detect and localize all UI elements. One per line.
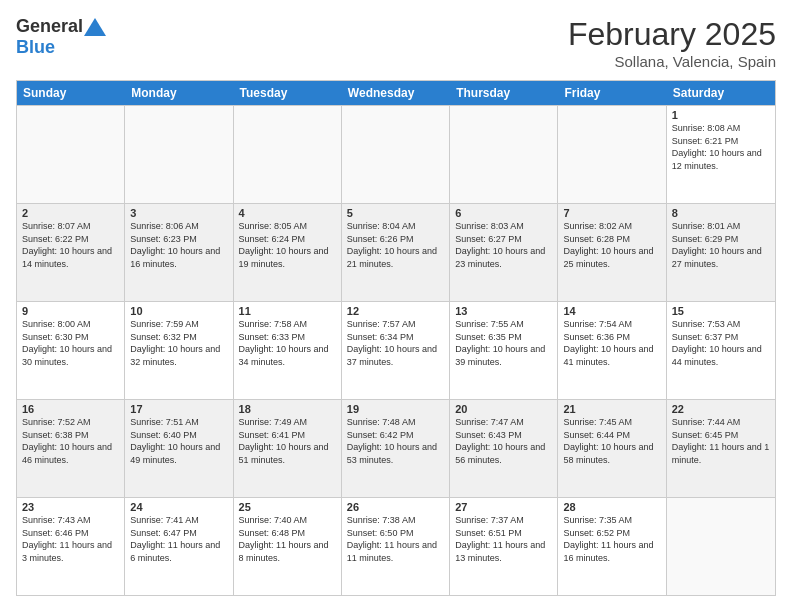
cal-cell-0-6: 1Sunrise: 8:08 AM Sunset: 6:21 PM Daylig… [667, 106, 775, 203]
logo-icon [83, 17, 107, 37]
day-number: 11 [239, 305, 336, 317]
day-number: 14 [563, 305, 660, 317]
cal-row-0: 1Sunrise: 8:08 AM Sunset: 6:21 PM Daylig… [17, 105, 775, 203]
cal-cell-3-4: 20Sunrise: 7:47 AM Sunset: 6:43 PM Dayli… [450, 400, 558, 497]
cal-row-1: 2Sunrise: 8:07 AM Sunset: 6:22 PM Daylig… [17, 203, 775, 301]
day-number: 4 [239, 207, 336, 219]
day-info: Sunrise: 7:52 AM Sunset: 6:38 PM Dayligh… [22, 416, 119, 466]
day-number: 20 [455, 403, 552, 415]
cal-cell-2-3: 12Sunrise: 7:57 AM Sunset: 6:34 PM Dayli… [342, 302, 450, 399]
day-number: 23 [22, 501, 119, 513]
day-info: Sunrise: 7:59 AM Sunset: 6:32 PM Dayligh… [130, 318, 227, 368]
day-number: 26 [347, 501, 444, 513]
cal-cell-1-6: 8Sunrise: 8:01 AM Sunset: 6:29 PM Daylig… [667, 204, 775, 301]
cal-cell-2-4: 13Sunrise: 7:55 AM Sunset: 6:35 PM Dayli… [450, 302, 558, 399]
day-number: 16 [22, 403, 119, 415]
cal-row-3: 16Sunrise: 7:52 AM Sunset: 6:38 PM Dayli… [17, 399, 775, 497]
header-wednesday: Wednesday [342, 81, 450, 105]
day-info: Sunrise: 7:35 AM Sunset: 6:52 PM Dayligh… [563, 514, 660, 564]
calendar-body: 1Sunrise: 8:08 AM Sunset: 6:21 PM Daylig… [17, 105, 775, 595]
cal-cell-0-5 [558, 106, 666, 203]
cal-cell-0-0 [17, 106, 125, 203]
day-number: 15 [672, 305, 770, 317]
cal-cell-2-5: 14Sunrise: 7:54 AM Sunset: 6:36 PM Dayli… [558, 302, 666, 399]
cal-cell-2-0: 9Sunrise: 8:00 AM Sunset: 6:30 PM Daylig… [17, 302, 125, 399]
day-info: Sunrise: 7:51 AM Sunset: 6:40 PM Dayligh… [130, 416, 227, 466]
day-info: Sunrise: 7:53 AM Sunset: 6:37 PM Dayligh… [672, 318, 770, 368]
day-number: 10 [130, 305, 227, 317]
day-info: Sunrise: 7:49 AM Sunset: 6:41 PM Dayligh… [239, 416, 336, 466]
header-friday: Friday [558, 81, 666, 105]
cal-cell-4-1: 24Sunrise: 7:41 AM Sunset: 6:47 PM Dayli… [125, 498, 233, 595]
header: GeneralBlue February 2025 Sollana, Valen… [16, 16, 776, 70]
cal-cell-4-4: 27Sunrise: 7:37 AM Sunset: 6:51 PM Dayli… [450, 498, 558, 595]
cal-cell-3-6: 22Sunrise: 7:44 AM Sunset: 6:45 PM Dayli… [667, 400, 775, 497]
day-info: Sunrise: 7:37 AM Sunset: 6:51 PM Dayligh… [455, 514, 552, 564]
day-info: Sunrise: 7:47 AM Sunset: 6:43 PM Dayligh… [455, 416, 552, 466]
day-info: Sunrise: 7:38 AM Sunset: 6:50 PM Dayligh… [347, 514, 444, 564]
cal-cell-2-1: 10Sunrise: 7:59 AM Sunset: 6:32 PM Dayli… [125, 302, 233, 399]
day-info: Sunrise: 8:05 AM Sunset: 6:24 PM Dayligh… [239, 220, 336, 270]
cal-cell-1-3: 5Sunrise: 8:04 AM Sunset: 6:26 PM Daylig… [342, 204, 450, 301]
day-number: 27 [455, 501, 552, 513]
cal-cell-1-1: 3Sunrise: 8:06 AM Sunset: 6:23 PM Daylig… [125, 204, 233, 301]
day-number: 12 [347, 305, 444, 317]
day-number: 25 [239, 501, 336, 513]
day-number: 9 [22, 305, 119, 317]
day-info: Sunrise: 7:48 AM Sunset: 6:42 PM Dayligh… [347, 416, 444, 466]
cal-cell-1-2: 4Sunrise: 8:05 AM Sunset: 6:24 PM Daylig… [234, 204, 342, 301]
svg-marker-0 [84, 18, 106, 36]
day-number: 24 [130, 501, 227, 513]
day-info: Sunrise: 8:00 AM Sunset: 6:30 PM Dayligh… [22, 318, 119, 368]
header-sunday: Sunday [17, 81, 125, 105]
calendar-header: Sunday Monday Tuesday Wednesday Thursday… [17, 81, 775, 105]
day-number: 19 [347, 403, 444, 415]
cal-cell-3-0: 16Sunrise: 7:52 AM Sunset: 6:38 PM Dayli… [17, 400, 125, 497]
day-number: 21 [563, 403, 660, 415]
day-number: 28 [563, 501, 660, 513]
day-number: 1 [672, 109, 770, 121]
logo-blue: Blue [16, 37, 55, 58]
cal-cell-4-0: 23Sunrise: 7:43 AM Sunset: 6:46 PM Dayli… [17, 498, 125, 595]
cal-cell-0-3 [342, 106, 450, 203]
month-title: February 2025 [568, 16, 776, 53]
day-info: Sunrise: 7:55 AM Sunset: 6:35 PM Dayligh… [455, 318, 552, 368]
day-number: 3 [130, 207, 227, 219]
day-info: Sunrise: 8:08 AM Sunset: 6:21 PM Dayligh… [672, 122, 770, 172]
day-number: 13 [455, 305, 552, 317]
cal-cell-3-3: 19Sunrise: 7:48 AM Sunset: 6:42 PM Dayli… [342, 400, 450, 497]
cal-cell-2-2: 11Sunrise: 7:58 AM Sunset: 6:33 PM Dayli… [234, 302, 342, 399]
header-tuesday: Tuesday [234, 81, 342, 105]
cal-cell-0-1 [125, 106, 233, 203]
title-block: February 2025 Sollana, Valencia, Spain [568, 16, 776, 70]
page: GeneralBlue February 2025 Sollana, Valen… [0, 0, 792, 612]
cal-cell-4-3: 26Sunrise: 7:38 AM Sunset: 6:50 PM Dayli… [342, 498, 450, 595]
day-info: Sunrise: 7:41 AM Sunset: 6:47 PM Dayligh… [130, 514, 227, 564]
location-subtitle: Sollana, Valencia, Spain [568, 53, 776, 70]
cal-cell-1-4: 6Sunrise: 8:03 AM Sunset: 6:27 PM Daylig… [450, 204, 558, 301]
cal-cell-0-4 [450, 106, 558, 203]
header-thursday: Thursday [450, 81, 558, 105]
day-number: 17 [130, 403, 227, 415]
day-number: 18 [239, 403, 336, 415]
day-number: 5 [347, 207, 444, 219]
day-info: Sunrise: 7:54 AM Sunset: 6:36 PM Dayligh… [563, 318, 660, 368]
header-monday: Monday [125, 81, 233, 105]
cal-cell-4-2: 25Sunrise: 7:40 AM Sunset: 6:48 PM Dayli… [234, 498, 342, 595]
day-info: Sunrise: 7:45 AM Sunset: 6:44 PM Dayligh… [563, 416, 660, 466]
cal-cell-0-2 [234, 106, 342, 203]
day-number: 2 [22, 207, 119, 219]
day-number: 6 [455, 207, 552, 219]
day-info: Sunrise: 8:02 AM Sunset: 6:28 PM Dayligh… [563, 220, 660, 270]
cal-cell-1-0: 2Sunrise: 8:07 AM Sunset: 6:22 PM Daylig… [17, 204, 125, 301]
day-info: Sunrise: 7:40 AM Sunset: 6:48 PM Dayligh… [239, 514, 336, 564]
day-info: Sunrise: 7:43 AM Sunset: 6:46 PM Dayligh… [22, 514, 119, 564]
day-info: Sunrise: 8:04 AM Sunset: 6:26 PM Dayligh… [347, 220, 444, 270]
day-info: Sunrise: 8:01 AM Sunset: 6:29 PM Dayligh… [672, 220, 770, 270]
day-info: Sunrise: 8:07 AM Sunset: 6:22 PM Dayligh… [22, 220, 119, 270]
cal-cell-3-1: 17Sunrise: 7:51 AM Sunset: 6:40 PM Dayli… [125, 400, 233, 497]
cal-row-2: 9Sunrise: 8:00 AM Sunset: 6:30 PM Daylig… [17, 301, 775, 399]
day-number: 7 [563, 207, 660, 219]
day-number: 22 [672, 403, 770, 415]
day-info: Sunrise: 7:44 AM Sunset: 6:45 PM Dayligh… [672, 416, 770, 466]
